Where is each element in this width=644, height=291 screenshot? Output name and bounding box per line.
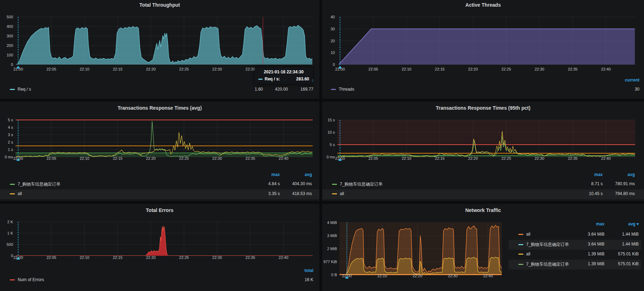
y-axis-tick-label: 0 <box>11 254 13 258</box>
throughput-chart[interactable]: 22:0022:0522:1022:1522:2022:2522:3022:35… <box>0 0 319 99</box>
legend-value: 794.80 ms <box>615 191 635 196</box>
series-color-dash <box>331 89 336 90</box>
legend-value: 575.01 KiB <box>618 251 639 256</box>
legend-value: 8.71 s <box>591 181 603 186</box>
x-axis-tick-label: 22:25 <box>179 156 189 160</box>
legend-series-label[interactable]: Threads <box>331 87 354 92</box>
tooltip-series-row: Req / s: 283.60 <box>258 77 309 81</box>
legend-row: all10.45 s794.80 ms <box>322 189 644 199</box>
x-axis-tick-label: 22:05 <box>47 67 56 71</box>
legend-value: 3.35 s <box>268 191 280 196</box>
panel-response-times-95pct: Transactions Response Times (95th pct) 2… <box>322 102 644 201</box>
y-axis-tick-label: 4 s <box>8 125 13 129</box>
x-axis-tick-label: 22:05 <box>368 67 378 71</box>
x-axis-tick-label: 22:20 <box>146 255 156 260</box>
y-axis-tick-label: 200 <box>7 43 13 48</box>
y-axis-tick-label: 10 s <box>327 130 335 134</box>
x-axis-tick-label: 22:10 <box>80 255 90 260</box>
series-color-dash <box>10 193 15 194</box>
y-axis-tick-label: 3 s <box>8 133 13 137</box>
x-axis-tick-label: 22:05 <box>368 156 378 160</box>
series-color-dash <box>332 193 337 194</box>
series-color-dash <box>10 184 15 185</box>
x-axis-tick-label: 22:20 <box>468 67 478 71</box>
legend-header-current[interactable]: current <box>625 78 639 83</box>
legend-row: Req / s1.60420.00169.77 <box>0 85 319 95</box>
tooltip-series-label: Req / s: <box>265 77 280 81</box>
series-color-dash <box>518 234 523 235</box>
y-axis-tick-label: 500 <box>7 15 13 19</box>
legend-value: 1.39 MiB <box>588 251 604 256</box>
legend-header-max[interactable]: max <box>594 172 603 177</box>
legend-value: 420.00 <box>275 87 288 92</box>
legend-header-avg[interactable]: avg <box>305 172 312 177</box>
y-axis-tick-label: 977 KiB <box>323 260 337 264</box>
legend-series-label[interactable]: all <box>10 191 22 196</box>
x-axis-tick-label: 22:30 <box>535 156 544 160</box>
legend-series-label[interactable]: all <box>518 232 530 237</box>
x-axis-tick-label: 22:15 <box>113 156 123 160</box>
legend-value: 3.64 MiB <box>588 242 604 247</box>
legend-value: 418.53 ms <box>292 191 312 196</box>
legend-value: 1.44 MiB <box>622 242 639 247</box>
y-axis-tick-label: 15 s <box>327 118 335 122</box>
legend-series-label[interactable]: all <box>332 191 344 196</box>
graph-tooltip: 2021-01-16 22:34:30 Req / s: 283.60 <box>255 67 313 84</box>
y-axis-tick-label: 20 <box>331 39 335 43</box>
x-axis-tick-label: 22:30 <box>212 255 222 260</box>
panel-total-throughput: Total Throughput 22:0022:0522:1022:1522:… <box>0 0 319 99</box>
y-axis-tick-label: 2 s <box>8 140 13 144</box>
y-axis-tick-label: 0 ms <box>326 155 335 159</box>
legend-value: 30 <box>635 87 639 92</box>
legend-series-label[interactable]: 7_购物车信息确定订单 <box>518 242 569 248</box>
legend-value: 1.44 MiB <box>622 232 639 237</box>
x-axis-tick-label: 22:20 <box>146 156 156 160</box>
legend-series-label[interactable]: 7_购物车信息确定订单 <box>10 181 60 187</box>
x-axis-tick-label: 22:10 <box>80 156 90 160</box>
x-axis-tick-label: 22:00 <box>342 274 352 278</box>
x-axis-tick-label: 22:35 <box>568 156 578 160</box>
legend-header-avg[interactable]: avg <box>627 172 635 177</box>
legend-value: 169.77 <box>300 87 313 92</box>
legend-value: 1.60 <box>255 87 263 92</box>
x-axis-tick-label: 22:15 <box>435 156 445 160</box>
legend-series-label[interactable]: 7_购物车信息确定订单 <box>332 181 383 187</box>
x-axis-tick-label: 22:40 <box>483 274 493 278</box>
legend-series-label[interactable]: 7_购物车信息确定订单 <box>518 261 569 267</box>
x-axis-tick-label: 22:05 <box>47 255 56 260</box>
legend-value: 3.64 MiB <box>588 232 604 237</box>
legend-series-label[interactable]: all <box>518 251 530 256</box>
legend-value: 404.30 ms <box>292 181 312 186</box>
legend-series-label[interactable]: Req / s <box>10 87 31 92</box>
x-axis-tick-label: 22:35 <box>568 67 578 71</box>
x-axis-tick-label: 22:20 <box>146 67 156 71</box>
legend-header-max[interactable]: max <box>271 172 280 177</box>
tooltip-timestamp: 2021-01-16 22:34:30 <box>258 69 309 74</box>
legend-header-max[interactable]: max <box>596 222 604 226</box>
y-axis-tick-label: 500 <box>7 242 13 247</box>
panel-active-threads: Active Threads 22:0022:0522:1022:1522:20… <box>322 0 644 99</box>
legend-series-label[interactable]: Num of Errors <box>10 277 44 282</box>
series-color-dash <box>10 89 15 90</box>
sort-caret-icon: ▾ <box>636 222 639 226</box>
legend-row: all1.39 MiB575.01 KiB <box>508 250 641 260</box>
legend-header-total[interactable]: total <box>305 268 313 273</box>
legend-value: 10.45 s <box>589 191 603 196</box>
x-axis-tick-label: 22:25 <box>179 255 189 260</box>
legend-header-avg[interactable]: avg ▾ <box>628 222 639 226</box>
x-axis-tick-label: 22:40 <box>601 67 611 71</box>
x-axis-tick-label: 22:00 <box>13 156 23 160</box>
x-axis-tick-label: 22:30 <box>448 274 458 278</box>
x-axis-tick-label: 22:00 <box>335 67 345 71</box>
threads-chart[interactable]: 22:0022:0522:1022:1522:2022:2522:3022:35… <box>322 0 644 99</box>
legend-row: 7_购物车信息确定订单3.64 MiB1.44 MiB <box>508 240 641 250</box>
x-axis-tick-label: 22:00 <box>13 67 23 71</box>
y-axis-tick-label: 1 K <box>7 231 13 235</box>
legend-row: all3.35 s418.53 ms <box>0 189 319 199</box>
y-axis-tick-label: 5 s <box>8 118 13 122</box>
x-axis-tick-label: 22:20 <box>468 156 478 160</box>
y-axis-tick-label: 0 <box>11 62 13 67</box>
x-axis-tick-label: 22:25 <box>501 156 511 160</box>
legend-value: 16 K <box>305 277 313 282</box>
x-axis-tick-label: 22:30 <box>212 67 222 71</box>
